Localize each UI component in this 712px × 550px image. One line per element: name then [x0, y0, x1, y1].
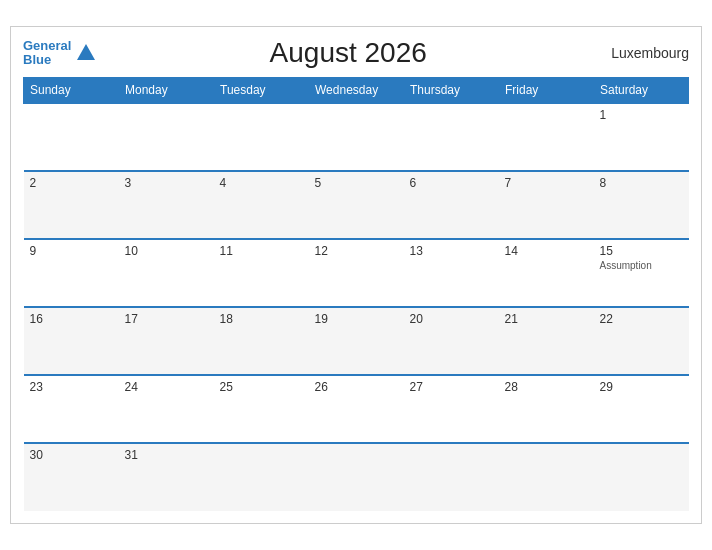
- calendar-cell: 10: [119, 239, 214, 307]
- calendar-cell: [499, 443, 594, 511]
- calendar-cell: 22: [594, 307, 689, 375]
- day-number: 18: [220, 312, 303, 326]
- brand-general: General: [23, 38, 71, 53]
- calendar-cell: [594, 443, 689, 511]
- calendar-week-row: 2345678: [24, 171, 689, 239]
- calendar-cell: 21: [499, 307, 594, 375]
- calendar-cell: [309, 103, 404, 171]
- calendar-cell: 16: [24, 307, 119, 375]
- calendar-table: Sunday Monday Tuesday Wednesday Thursday…: [23, 77, 689, 511]
- calendar-cell: 31: [119, 443, 214, 511]
- calendar-cell: 24: [119, 375, 214, 443]
- day-number: 20: [410, 312, 493, 326]
- day-number: 19: [315, 312, 398, 326]
- calendar-cell: 20: [404, 307, 499, 375]
- calendar-cell: [309, 443, 404, 511]
- calendar-cell: 12: [309, 239, 404, 307]
- calendar-cell: 19: [309, 307, 404, 375]
- calendar-cell: 1: [594, 103, 689, 171]
- day-number: 10: [125, 244, 208, 258]
- calendar-cell: 25: [214, 375, 309, 443]
- day-number: 17: [125, 312, 208, 326]
- calendar-week-row: 9101112131415Assumption: [24, 239, 689, 307]
- calendar-cell: [404, 103, 499, 171]
- calendar-cell: [119, 103, 214, 171]
- calendar-cell: 4: [214, 171, 309, 239]
- day-number: 15: [600, 244, 683, 258]
- calendar-container: General Blue August 2026 Luxembourg Sund…: [10, 26, 702, 524]
- calendar-cell: [24, 103, 119, 171]
- calendar-header: General Blue August 2026 Luxembourg: [23, 37, 689, 69]
- day-number: 4: [220, 176, 303, 190]
- day-number: 22: [600, 312, 683, 326]
- header-saturday: Saturday: [594, 78, 689, 104]
- day-number: 12: [315, 244, 398, 258]
- brand-blue: Blue: [23, 52, 51, 67]
- brand-text: General Blue: [23, 39, 71, 68]
- calendar-week-row: 16171819202122: [24, 307, 689, 375]
- header-friday: Friday: [499, 78, 594, 104]
- calendar-cell: 28: [499, 375, 594, 443]
- calendar-cell: 9: [24, 239, 119, 307]
- svg-marker-0: [77, 44, 95, 60]
- day-number: 5: [315, 176, 398, 190]
- calendar-week-row: 3031: [24, 443, 689, 511]
- day-number: 9: [30, 244, 113, 258]
- day-number: 24: [125, 380, 208, 394]
- brand-logo-area: General Blue: [23, 39, 97, 68]
- calendar-cell: [404, 443, 499, 511]
- day-number: 11: [220, 244, 303, 258]
- calendar-cell: [499, 103, 594, 171]
- day-number: 1: [600, 108, 683, 122]
- calendar-week-row: 1: [24, 103, 689, 171]
- day-number: 28: [505, 380, 588, 394]
- calendar-cell: 30: [24, 443, 119, 511]
- calendar-cell: 17: [119, 307, 214, 375]
- day-number: 2: [30, 176, 113, 190]
- weekday-header-row: Sunday Monday Tuesday Wednesday Thursday…: [24, 78, 689, 104]
- header-thursday: Thursday: [404, 78, 499, 104]
- day-number: 16: [30, 312, 113, 326]
- day-number: 21: [505, 312, 588, 326]
- header-sunday: Sunday: [24, 78, 119, 104]
- day-number: 14: [505, 244, 588, 258]
- calendar-cell: 5: [309, 171, 404, 239]
- header-monday: Monday: [119, 78, 214, 104]
- day-number: 23: [30, 380, 113, 394]
- calendar-cell: 26: [309, 375, 404, 443]
- day-number: 13: [410, 244, 493, 258]
- calendar-cell: 23: [24, 375, 119, 443]
- calendar-cell: 11: [214, 239, 309, 307]
- calendar-cell: 7: [499, 171, 594, 239]
- day-number: 31: [125, 448, 208, 462]
- brand-icon: [75, 42, 97, 64]
- day-number: 30: [30, 448, 113, 462]
- day-number: 8: [600, 176, 683, 190]
- day-number: 3: [125, 176, 208, 190]
- day-number: 26: [315, 380, 398, 394]
- day-number: 6: [410, 176, 493, 190]
- calendar-cell: 2: [24, 171, 119, 239]
- calendar-cell: 6: [404, 171, 499, 239]
- day-number: 27: [410, 380, 493, 394]
- calendar-cell: 29: [594, 375, 689, 443]
- calendar-cell: 27: [404, 375, 499, 443]
- day-number: 25: [220, 380, 303, 394]
- calendar-cell: 14: [499, 239, 594, 307]
- country-label: Luxembourg: [599, 45, 689, 61]
- calendar-cell: [214, 103, 309, 171]
- header-tuesday: Tuesday: [214, 78, 309, 104]
- calendar-cell: 8: [594, 171, 689, 239]
- calendar-cell: [214, 443, 309, 511]
- calendar-cell: 3: [119, 171, 214, 239]
- calendar-week-row: 23242526272829: [24, 375, 689, 443]
- day-number: 29: [600, 380, 683, 394]
- holiday-label: Assumption: [600, 260, 683, 271]
- calendar-cell: 15Assumption: [594, 239, 689, 307]
- calendar-cell: 18: [214, 307, 309, 375]
- day-number: 7: [505, 176, 588, 190]
- header-wednesday: Wednesday: [309, 78, 404, 104]
- calendar-title: August 2026: [97, 37, 599, 69]
- calendar-cell: 13: [404, 239, 499, 307]
